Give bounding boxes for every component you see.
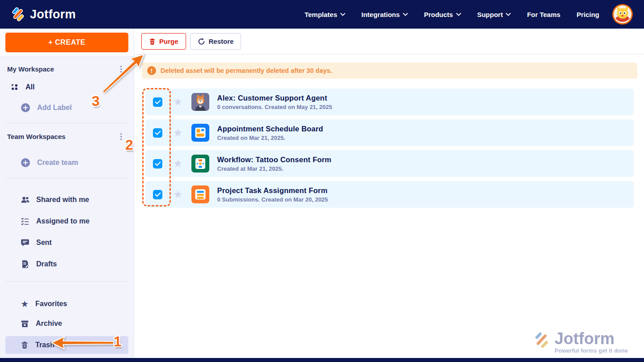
row-checkbox-checked[interactable] — [153, 190, 162, 199]
agent-avatar-icon — [191, 93, 209, 111]
star-icon[interactable]: ★ — [173, 158, 183, 169]
divider — [5, 123, 128, 123]
chevron-down-icon — [456, 13, 461, 16]
sidebar-item-all[interactable]: All — [0, 78, 134, 96]
add-label-button[interactable]: Add Label — [0, 99, 134, 117]
nav-integrations[interactable]: Integrations — [361, 11, 408, 18]
sidebar-item-label: Archive — [36, 320, 62, 328]
top-navigation: Templates Integrations Products Support … — [305, 11, 599, 18]
add-label-text: Add Label — [37, 104, 72, 112]
nav-label: Products — [424, 11, 453, 18]
kebab-menu-icon[interactable]: ⋮ — [117, 65, 125, 73]
team-workspaces-title: Team Workspaces — [7, 133, 65, 140]
people-icon — [21, 195, 30, 204]
user-avatar[interactable] — [612, 4, 633, 25]
row-text: Project Task Assignment Form 0 Submissio… — [217, 186, 328, 203]
item-meta: 0 Submissions. Created on Mar 20, 2025 — [217, 196, 328, 203]
nav-templates[interactable]: Templates — [305, 11, 345, 18]
item-meta: Created on Mar 21, 2025. — [217, 135, 323, 141]
nav-for-teams[interactable]: For Teams — [527, 11, 560, 18]
team-workspaces-header: Team Workspaces ⋮ — [0, 130, 134, 143]
sidebar-create-zone: + CREATE — [0, 29, 134, 57]
sidebar-item-sent[interactable]: Sent — [0, 232, 134, 253]
chat-bubble-icon — [21, 238, 30, 247]
archive-box-icon — [21, 320, 29, 328]
row-checkbox-checked[interactable] — [153, 159, 162, 168]
checklist-icon — [21, 217, 30, 226]
nav-label: Templates — [305, 11, 337, 18]
chevron-down-icon — [403, 13, 408, 16]
jotform-logo-icon — [11, 7, 26, 22]
row-text: Appointment Schedule Board Created on Ma… — [217, 125, 323, 141]
trash-item-list: ★ Alex: Customer Sup — [145, 88, 634, 208]
trash-row[interactable]: ★ Appointment Schedule Board Created on … — [145, 119, 634, 146]
sidebar-item-label: All — [25, 83, 34, 91]
create-team-button[interactable]: Create team — [0, 154, 134, 172]
purge-label: Purge — [159, 38, 178, 45]
sidebar-item-label: Assigned to me — [36, 217, 89, 225]
trash-icon — [149, 38, 156, 45]
main-content: Purge Restore ! Deleted asset will be pe… — [135, 29, 644, 358]
chevron-down-icon — [340, 13, 345, 16]
warning-banner: ! Deleted asset will be permanently dele… — [142, 63, 637, 79]
form-icon — [191, 185, 209, 203]
sidebar-item-label: Shared with me — [36, 196, 89, 204]
item-title: Alex: Customer Support Agent — [217, 94, 332, 102]
sidebar-bottom-group: ★ Favorites Archive — [0, 294, 134, 354]
my-workspace-title: My Workspace — [7, 65, 54, 73]
sidebar-item-label: Sent — [36, 239, 52, 247]
star-icon[interactable]: ★ — [173, 189, 183, 200]
row-text: Alex: Customer Support Agent 0 conversat… — [217, 94, 332, 110]
sidebar: + CREATE My Workspace ⋮ All Add Lab — [0, 29, 134, 358]
my-workspace-header: My Workspace ⋮ — [0, 62, 134, 76]
sidebar-item-trash[interactable]: Trash — [5, 336, 128, 354]
kebab-menu-icon[interactable]: ⋮ — [117, 133, 125, 140]
divider — [5, 281, 128, 282]
nav-label: For Teams — [527, 11, 560, 18]
nav-products[interactable]: Products — [424, 11, 461, 18]
trash-row[interactable]: ★ Alex: Customer Sup — [145, 88, 634, 115]
create-button[interactable]: + CREATE — [5, 33, 128, 52]
item-meta: 0 conversations. Created on May 21, 2025 — [217, 104, 332, 110]
jotform-watermark: Jotform Powerful forms get it done — [533, 331, 628, 354]
warning-icon: ! — [147, 66, 156, 75]
purge-button[interactable]: Purge — [141, 33, 186, 50]
sidebar-item-assigned-to-me[interactable]: Assigned to me — [0, 210, 134, 232]
plus-circle-icon — [21, 158, 30, 168]
item-meta: Created at Mar 21, 2025. — [217, 165, 331, 172]
jotform-logo[interactable]: Jotform — [11, 7, 76, 22]
trash-row[interactable]: ★ Project Task Assignment Form 0 Submiss… — [145, 181, 634, 208]
sidebar-item-label: Trash — [35, 341, 55, 349]
sidebar-item-shared-with-me[interactable]: Shared with me — [0, 189, 134, 210]
row-checkbox-checked[interactable] — [153, 128, 162, 138]
trash-icon — [21, 341, 29, 349]
divider — [5, 178, 128, 178]
row-text: Workflow: Tattoo Consent Form Created at… — [217, 156, 331, 172]
sidebar-item-archive[interactable]: Archive — [0, 314, 134, 333]
trash-toolbar: Purge Restore — [135, 29, 644, 55]
board-icon — [191, 124, 209, 142]
nav-pricing[interactable]: Pricing — [576, 11, 599, 18]
item-title: Appointment Schedule Board — [217, 125, 323, 133]
create-team-text: Create team — [37, 159, 78, 167]
sidebar-item-drafts[interactable]: Drafts — [0, 253, 134, 275]
item-title: Workflow: Tattoo Consent Form — [217, 156, 331, 164]
nav-label: Pricing — [576, 11, 599, 18]
chevron-down-icon — [506, 13, 511, 16]
restore-button[interactable]: Restore — [190, 33, 242, 50]
star-icon: ★ — [21, 299, 29, 309]
star-icon[interactable]: ★ — [173, 97, 183, 107]
all-grid-icon — [11, 83, 19, 91]
sidebar-item-label: Favorites — [35, 300, 67, 308]
nav-support[interactable]: Support — [477, 11, 511, 18]
watermark-brand: Jotform — [555, 331, 628, 347]
sidebar-middle-group: Shared with me Assigned to me — [0, 189, 134, 275]
restore-label: Restore — [209, 38, 234, 45]
trash-row[interactable]: ★ Workflow: Tattoo Consent Form Created … — [145, 150, 634, 177]
sidebar-item-favorites[interactable]: ★ Favorites — [0, 294, 134, 314]
row-checkbox-checked[interactable] — [153, 97, 162, 107]
nav-label: Support — [477, 11, 503, 18]
brand-name: Jotform — [30, 8, 76, 21]
star-icon[interactable]: ★ — [173, 127, 183, 138]
bottom-bar — [0, 358, 644, 362]
